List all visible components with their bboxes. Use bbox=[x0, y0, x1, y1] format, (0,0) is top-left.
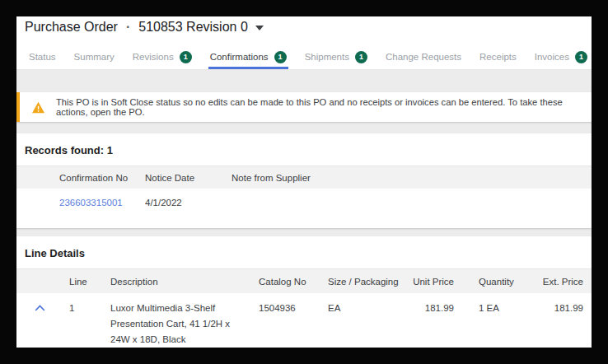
line-details-title: Line Details bbox=[16, 236, 592, 268]
tab-bar: Status Summary Revisions1 Confirmations1… bbox=[29, 44, 592, 69]
screenshot-frame: Purchase Order · 510853 Revision 0 Statu… bbox=[0, 0, 608, 364]
records-found-title: Records found: 1 bbox=[16, 133, 592, 166]
warning-triangle-icon bbox=[31, 101, 45, 114]
revision-dropdown-caret-icon[interactable] bbox=[255, 26, 264, 30]
unit-price-cell: 181.99 bbox=[406, 301, 454, 316]
line-number-cell: 1 bbox=[69, 301, 110, 316]
confirmation-no-link[interactable]: 236603315001 bbox=[59, 198, 123, 208]
description-cell: Luxor Multimedia 3-Shelf Presentation Ca… bbox=[110, 301, 259, 348]
tab-change-requests[interactable]: Change Requests bbox=[386, 44, 461, 69]
confirmations-count-badge: 1 bbox=[274, 51, 287, 63]
col-unit-price: Unit Price bbox=[406, 277, 454, 287]
page-title-prefix: Purchase Order bbox=[25, 20, 118, 35]
col-catalog-no: Catalog No bbox=[259, 277, 328, 287]
line-details-table-header: Line Description Catalog No Size / Packa… bbox=[16, 268, 592, 293]
ext-price-cell: 181.99 bbox=[525, 301, 591, 316]
quantity-cell: 1 EA bbox=[454, 301, 525, 316]
invoices-count-badge: 1 bbox=[575, 51, 587, 63]
revisions-count-badge: 1 bbox=[180, 51, 192, 63]
collapse-row-chevron-icon[interactable] bbox=[35, 304, 45, 311]
line-details-row: 1 Luxor Multimedia 3-Shelf Presentation … bbox=[16, 293, 592, 348]
warning-message: This PO is in Soft Close status so no ed… bbox=[56, 97, 592, 117]
tab-receipts[interactable]: Receipts bbox=[479, 44, 517, 69]
po-number-revision: 510853 Revision 0 bbox=[138, 20, 248, 35]
soft-close-warning-banner: This PO is in Soft Close status so no ed… bbox=[16, 92, 592, 122]
tab-shipments[interactable]: Shipments1 bbox=[305, 44, 367, 69]
tab-status[interactable]: Status bbox=[29, 44, 56, 69]
col-quantity: Quantity bbox=[454, 277, 525, 287]
notice-date-cell: 4/1/2022 bbox=[145, 198, 232, 208]
page-header: Purchase Order · 510853 Revision 0 Statu… bbox=[16, 16, 592, 70]
col-note-from-supplier: Note from Supplier bbox=[232, 173, 592, 183]
col-confirmation-no: Confirmation No bbox=[16, 173, 145, 183]
confirmation-table-row: 236603315001 4/1/2022 bbox=[16, 189, 592, 217]
confirmations-table-header: Confirmation No Notice Date Note from Su… bbox=[16, 166, 592, 189]
tab-invoices[interactable]: Invoices1 bbox=[535, 44, 587, 69]
col-notice-date: Notice Date bbox=[145, 173, 232, 183]
col-line: Line bbox=[69, 277, 110, 287]
title-separator: · bbox=[126, 20, 130, 35]
shipments-count-badge: 1 bbox=[355, 51, 367, 63]
size-packaging-cell: EA bbox=[328, 301, 406, 316]
col-ext-price: Ext. Price bbox=[525, 277, 591, 287]
tab-confirmations[interactable]: Confirmations1 bbox=[210, 44, 287, 69]
confirmations-section: Records found: 1 Confirmation No Notice … bbox=[16, 133, 592, 228]
col-description: Description bbox=[110, 277, 259, 287]
col-size-packaging: Size / Packaging bbox=[328, 277, 406, 287]
tab-summary[interactable]: Summary bbox=[74, 44, 115, 69]
tab-revisions[interactable]: Revisions1 bbox=[133, 44, 192, 69]
po-page: Purchase Order · 510853 Revision 0 Statu… bbox=[16, 16, 592, 348]
catalog-no-cell: 1504936 bbox=[259, 301, 328, 316]
line-details-section: Line Details Line Description Catalog No… bbox=[16, 236, 592, 348]
page-title: Purchase Order · 510853 Revision 0 bbox=[25, 20, 264, 35]
